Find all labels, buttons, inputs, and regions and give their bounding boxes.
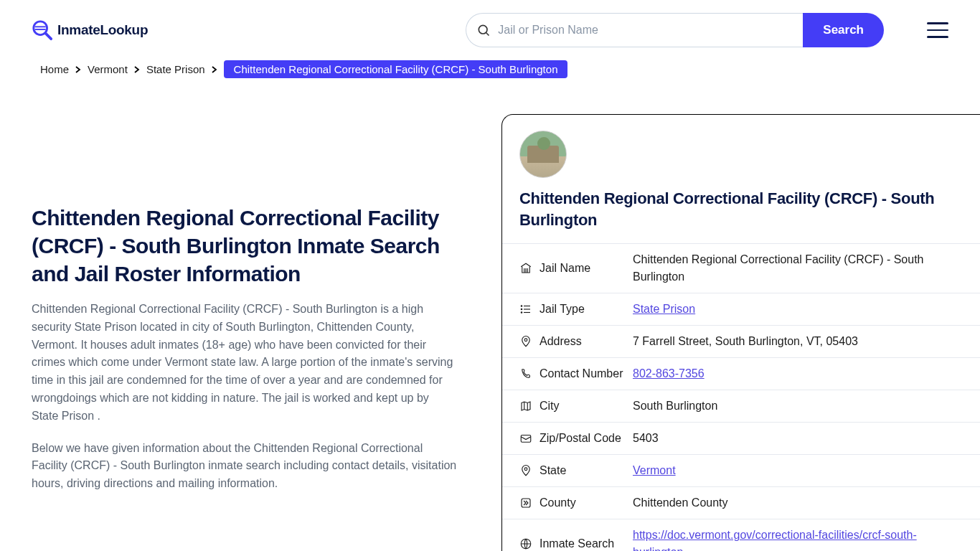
info-row-jail-name: Jail Name Chittenden Regional Correction… bbox=[502, 243, 980, 293]
info-value-link[interactable]: 802-863-7356 bbox=[633, 365, 963, 382]
breadcrumb-vermont[interactable]: Vermont bbox=[88, 63, 128, 75]
info-value-link[interactable]: Vermont bbox=[633, 462, 963, 479]
chevron-right-icon bbox=[72, 66, 85, 73]
info-row-inmate-search: Inmate Search https://doc.vermont.gov/co… bbox=[502, 519, 980, 551]
location-icon bbox=[519, 464, 540, 477]
map-icon bbox=[519, 400, 540, 413]
svg-line-5 bbox=[486, 33, 489, 36]
paragraph: Chittenden Regional Correctional Facilit… bbox=[32, 301, 458, 425]
svg-point-11 bbox=[521, 312, 522, 314]
info-value: Chittenden County bbox=[633, 494, 963, 512]
info-row-jail-type: Jail Type State Prison bbox=[502, 293, 980, 325]
svg-point-12 bbox=[524, 339, 527, 342]
info-label: Jail Type bbox=[540, 303, 633, 316]
header: InmateLookup Search bbox=[0, 0, 980, 60]
info-value: 5403 bbox=[633, 430, 963, 447]
info-row-zip: Zip/Postal Code 5403 bbox=[502, 422, 980, 454]
mail-icon bbox=[519, 432, 540, 445]
chevron-right-icon bbox=[208, 66, 221, 73]
svg-point-14 bbox=[524, 468, 527, 471]
pin-icon bbox=[519, 335, 540, 348]
info-label: Jail Name bbox=[540, 262, 633, 275]
info-value: 7 Farrell Street, South Burlington, VT, … bbox=[633, 333, 963, 350]
info-label: State bbox=[540, 464, 633, 477]
info-table: Jail Name Chittenden Regional Correction… bbox=[502, 243, 980, 551]
paragraph: Below we have given information about th… bbox=[32, 440, 458, 493]
svg-line-3 bbox=[46, 34, 52, 39]
info-value-link[interactable]: State Prison bbox=[633, 301, 963, 318]
svg-point-9 bbox=[521, 306, 522, 307]
search-glass-icon bbox=[32, 19, 53, 41]
svg-rect-13 bbox=[521, 435, 531, 443]
search-input[interactable] bbox=[491, 24, 793, 37]
info-card: Chittenden Regional Correctional Facilit… bbox=[501, 114, 980, 551]
svg-point-10 bbox=[521, 309, 522, 311]
info-row-address: Address 7 Farrell Street, South Burlingt… bbox=[502, 325, 980, 357]
info-label: County bbox=[540, 496, 633, 509]
phone-icon bbox=[519, 367, 540, 380]
hamburger-icon[interactable] bbox=[927, 22, 948, 38]
card-title: Chittenden Regional Correctional Facilit… bbox=[519, 188, 963, 230]
search-icon bbox=[476, 23, 491, 37]
breadcrumb-state-prison[interactable]: State Prison bbox=[146, 63, 205, 75]
region-icon bbox=[519, 496, 540, 509]
breadcrumb-current: Chittenden Regional Correctional Facilit… bbox=[224, 60, 568, 78]
info-value: Chittenden Regional Correctional Facilit… bbox=[633, 251, 963, 286]
info-row-contact: Contact Number 802-863-7356 bbox=[502, 357, 980, 390]
info-label: Zip/Postal Code bbox=[540, 432, 633, 445]
globe-icon bbox=[519, 537, 540, 550]
info-label: Address bbox=[540, 335, 633, 348]
info-label: Contact Number bbox=[540, 367, 633, 380]
info-row-county: County Chittenden County bbox=[502, 486, 980, 519]
info-row-state: State Vermont bbox=[502, 454, 980, 486]
list-icon bbox=[519, 303, 540, 316]
search-button[interactable]: Search bbox=[803, 13, 884, 47]
page-title: Chittenden Regional Correctional Facilit… bbox=[32, 204, 458, 288]
info-value-link[interactable]: https://doc.vermont.gov/correctional-fac… bbox=[633, 527, 963, 551]
card-header: Chittenden Regional Correctional Facilit… bbox=[502, 131, 980, 243]
logo-text: InmateLookup bbox=[57, 22, 148, 38]
content: Chittenden Regional Correctional Facilit… bbox=[0, 85, 980, 551]
chevron-right-icon bbox=[131, 66, 143, 73]
info-label: Inmate Search bbox=[540, 537, 633, 550]
logo[interactable]: InmateLookup bbox=[32, 19, 148, 41]
search-wrap: Search bbox=[466, 13, 884, 47]
facility-image bbox=[519, 131, 567, 178]
building-icon bbox=[519, 262, 540, 275]
info-value: South Burlington bbox=[633, 397, 963, 415]
breadcrumb: Home Vermont State Prison Chittenden Reg… bbox=[0, 60, 980, 85]
svg-point-4 bbox=[479, 25, 488, 34]
info-label: City bbox=[540, 400, 633, 413]
breadcrumb-home[interactable]: Home bbox=[40, 63, 69, 75]
search-box bbox=[466, 13, 803, 47]
main-article: Chittenden Regional Correctional Facilit… bbox=[32, 114, 458, 551]
info-panel: Chittenden Regional Correctional Facilit… bbox=[501, 114, 980, 551]
info-row-city: City South Burlington bbox=[502, 390, 980, 422]
